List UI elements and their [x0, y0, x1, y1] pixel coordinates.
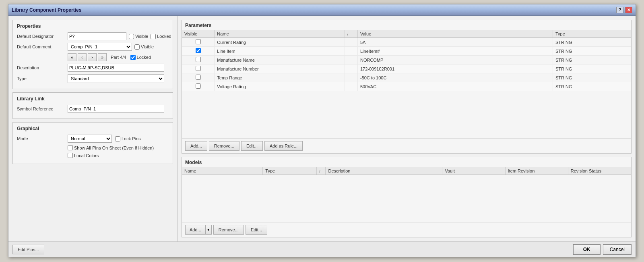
library-link-section: Library Link Symbol Reference [12, 92, 173, 119]
col-header-value: Value [357, 30, 553, 38]
param-visible-checkbox[interactable] [196, 48, 201, 53]
col-header-type: Type [553, 30, 631, 38]
param-value-cell: NORCOMP [357, 56, 553, 64]
params-add-rule-btn[interactable]: Add as Rule... [264, 141, 303, 151]
show-all-pins-text: Show All Pins On Sheet (Even if Hidden) [74, 146, 154, 150]
param-type-cell: STRING [553, 64, 631, 73]
nav-last-btn[interactable]: » [98, 53, 107, 61]
description-input[interactable] [68, 64, 164, 72]
mode-select[interactable]: Normal [68, 135, 112, 143]
show-all-pins-row: Show All Pins On Sheet (Even if Hidden) [17, 145, 169, 150]
default-comment-row: Default Comment Comp_P/N_1 Visible [17, 43, 169, 51]
type-select[interactable]: Standard Net Tie Standard (No ERC) Mecha… [68, 74, 164, 83]
table-row[interactable]: Temp Range -50C to 100C STRING [182, 73, 631, 82]
locked2-label: Locked [137, 55, 151, 60]
table-row[interactable]: Manufacture Number 172-009102R001 STRING [182, 64, 631, 73]
params-edit-btn[interactable]: Edit... [241, 141, 263, 151]
part-label: Part 4/4 [111, 55, 126, 60]
models-add-split-btn: Add... ▼ [185, 225, 212, 235]
symbol-ref-row: Symbol Reference [17, 105, 169, 113]
lock-pins-text: Lock Pins [122, 136, 141, 141]
locked-checkbox[interactable] [151, 34, 156, 39]
param-name-cell: Temp Range [215, 73, 345, 82]
symbol-ref-label: Symbol Reference [17, 106, 65, 111]
models-add-arrow-btn[interactable]: ▼ [205, 225, 212, 235]
col-header-mvault: Vault [442, 167, 505, 175]
param-visible-checkbox[interactable] [196, 75, 201, 80]
lock-pins-label: Lock Pins [115, 136, 141, 141]
library-link-title: Library Link [17, 96, 169, 102]
nav-first-btn[interactable]: « [68, 53, 76, 61]
param-value-cell: -50C to 100C [357, 73, 553, 82]
close-button[interactable]: ✕ [625, 7, 632, 13]
param-type-cell: STRING [553, 47, 631, 56]
models-remove-btn[interactable]: Remove... [213, 225, 244, 235]
show-all-pins-label: Show All Pins On Sheet (Even if Hidden) [68, 145, 154, 150]
param-name-cell: Line Item [215, 47, 345, 56]
models-btn-bar: Add... ▼ Remove... Edit... [182, 222, 631, 237]
properties-title: Properties [17, 23, 169, 29]
param-visible-cell [182, 47, 215, 56]
models-edit-btn[interactable]: Edit... [246, 225, 267, 235]
type-label: Type [17, 76, 65, 81]
graphical-title: Graphical [17, 126, 169, 131]
param-slash-cell [345, 47, 357, 56]
help-button[interactable]: ? [616, 7, 623, 13]
table-row[interactable]: Line Item LineItem# STRING [182, 47, 631, 56]
param-visible-checkbox[interactable] [196, 83, 201, 89]
visible-label: Visible [135, 34, 148, 39]
main-window: Library Component Properties ? ✕ Propert… [8, 4, 636, 257]
models-title: Models [182, 157, 631, 167]
param-visible-checkbox[interactable] [196, 39, 201, 44]
models-add-btn[interactable]: Add... [185, 225, 205, 235]
col-header-mslash: / [317, 167, 326, 175]
param-visible-checkbox[interactable] [196, 66, 201, 71]
local-colors-label: Local Colors [68, 153, 99, 158]
cancel-btn[interactable]: Cancel [603, 244, 632, 255]
col-header-mrev: Item Revision [505, 167, 568, 175]
locked-checkbox-label: Locked [151, 34, 171, 39]
default-comment-select[interactable]: Comp_P/N_1 [68, 43, 132, 51]
nav-controls: « ‹ › » [68, 53, 107, 61]
visible2-label: Visible [141, 44, 154, 49]
params-add-btn[interactable]: Add... [185, 141, 207, 151]
locked2-checkbox-label: Locked [130, 55, 151, 60]
parameters-title: Parameters [182, 20, 631, 30]
models-section: Models Name Type / Description Vault Ite… [182, 157, 632, 237]
titlebar: Library Component Properties ? ✕ [8, 4, 636, 16]
param-slash-cell [345, 64, 357, 73]
visible2-checkbox[interactable] [134, 44, 140, 50]
local-colors-checkbox[interactable] [68, 153, 73, 158]
locked2-checkbox[interactable] [130, 55, 136, 60]
local-colors-row: Local Colors [17, 153, 169, 158]
param-type-cell: STRING [553, 82, 631, 91]
properties-section: Properties Default Designator Visible Lo… [12, 20, 173, 89]
param-name-cell: Current Rating [215, 38, 345, 47]
param-visible-cell [182, 82, 215, 91]
param-name-cell: Manufacture Name [215, 56, 345, 64]
ok-btn[interactable]: OK [573, 244, 601, 255]
table-row[interactable]: Voltage Rating 500VAC STRING [182, 82, 631, 91]
table-row[interactable]: Current Rating 5A STRING [182, 38, 631, 47]
col-header-mrevstat: Revision Status [568, 167, 631, 175]
edit-pins-btn[interactable]: Edit Pins... [12, 245, 44, 254]
parameters-table-container[interactable]: Visible Name / Value Type Current Rating… [182, 30, 631, 138]
table-row[interactable]: Manufacture Name NORCOMP STRING [182, 56, 631, 64]
lock-pins-checkbox[interactable] [115, 136, 120, 141]
col-header-slash: / [345, 30, 357, 38]
symbol-ref-input[interactable] [68, 105, 164, 113]
param-type-cell: STRING [553, 38, 631, 47]
nav-prev-btn[interactable]: ‹ [78, 53, 87, 61]
params-remove-btn[interactable]: Remove... [209, 141, 239, 151]
nav-next-btn[interactable]: › [88, 53, 97, 61]
param-visible-cell [182, 73, 215, 82]
param-name-cell: Voltage Rating [215, 82, 345, 91]
show-all-pins-checkbox[interactable] [68, 145, 73, 150]
nav-row: « ‹ › » Part 4/4 Locked [17, 53, 169, 61]
param-visible-checkbox[interactable] [196, 57, 201, 62]
models-table-container[interactable]: Name Type / Description Vault Item Revis… [182, 167, 631, 222]
type-row: Type Standard Net Tie Standard (No ERC) … [17, 74, 169, 83]
locked-label: Locked [157, 34, 171, 39]
visible-checkbox[interactable] [129, 34, 134, 39]
default-designator-input[interactable] [68, 32, 126, 40]
